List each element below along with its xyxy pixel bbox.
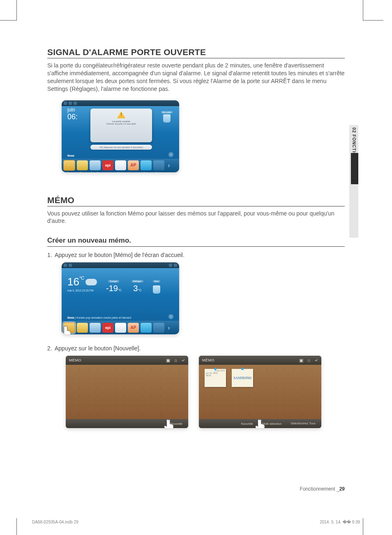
memo-note[interactable]: 23 juin 2013 juin 22, 2012, 08:00...	[205, 369, 226, 387]
section-alarm-title: SIGNAL D'ALARME PORTE OUVERTE	[47, 47, 345, 58]
dock-next-icon[interactable]: ›	[166, 160, 172, 170]
screenshot-memo-empty: MÉMO ▣ ⌂ ⤶ Nouvelle	[66, 356, 188, 428]
new-memo-button[interactable]: Nouvelle	[241, 422, 253, 426]
app-photos[interactable]: Photos	[77, 160, 88, 170]
app-grocery[interactable]: GroceryMgr	[90, 323, 101, 333]
status-bar	[62, 100, 179, 106]
side-tab-label: 02 FONCTIONNEMENT	[352, 127, 357, 180]
memo-board	[66, 365, 188, 419]
warning-icon	[117, 111, 125, 118]
memo-app-title: MÉMO	[69, 358, 81, 362]
print-metadata: DA68-02935A-04.indb 29 2014. 5. 14. �� 9…	[32, 520, 360, 524]
app-calendar[interactable]: Calendar	[115, 160, 126, 170]
chevron-right-icon[interactable]: ›	[168, 152, 173, 157]
app-grocery[interactable]: GroceryMgr	[90, 160, 101, 170]
save-icon[interactable]: ▣	[166, 358, 170, 363]
memo-app-title: MÉMO	[202, 358, 214, 362]
chevron-right-icon[interactable]: ›	[168, 314, 173, 319]
app-photos[interactable]: Photos	[77, 323, 88, 333]
app-dock: Memo Photos GroceryMgr epi Calendar AP T…	[62, 159, 179, 172]
page-footer: Fonctionnement _29	[47, 486, 345, 492]
dock-next-icon[interactable]: ›	[166, 323, 172, 333]
app-apnews[interactable]: AP	[128, 323, 139, 333]
status-bar	[62, 262, 179, 268]
tap-hand-icon	[254, 417, 268, 428]
tap-hand-icon	[62, 324, 74, 334]
app-settings[interactable]: Settings	[153, 323, 164, 333]
cup-icon	[153, 285, 160, 294]
tap-hand-icon	[163, 417, 177, 428]
section-alarm-body: Si la porte du congélateur/réfrigérateur…	[47, 62, 345, 93]
back-icon[interactable]: ⤶	[314, 358, 318, 363]
pin-icon	[214, 368, 217, 370]
memo-note[interactable]: 23 juin 2013 SAMSUNG	[232, 369, 253, 387]
alert-line2: Fermez la porte s'il vous plaît	[90, 123, 152, 125]
subsection-create-memo: Créer un nouveau mémo.	[47, 236, 345, 247]
screenshot-home: 16°C mai 9, 2013 22:26 PM Congel. -19°C …	[62, 262, 179, 334]
app-twitter[interactable]: Twitter	[141, 323, 152, 333]
clock-widget: juin 06:	[67, 107, 78, 121]
app-apnews[interactable]: AP	[128, 160, 139, 170]
cup-icon	[163, 114, 171, 123]
screenshot-memo-notes: MÉMO ▣ ⌂ ⤶ 23 juin 2013 juin 22, 2012, 0…	[199, 356, 321, 428]
ice-widget: En cube	[161, 111, 173, 123]
app-calendar[interactable]: Calendar	[115, 323, 126, 333]
step-2: 2.Appuyez sur le bouton [Nouvelle].	[47, 345, 345, 352]
app-settings[interactable]: Settings	[153, 160, 164, 170]
section-memo-title: MÉMO	[47, 195, 345, 206]
door-open-alert-dialog: La porte ouverte Fermez la porte s'il vo…	[90, 109, 152, 142]
app-memo[interactable]: Memo	[63, 160, 75, 171]
freezer-widget: Congel. -19°C	[106, 276, 122, 293]
app-twitter[interactable]: Twitter	[141, 160, 152, 170]
chapter-side-tab: 02 FONCTIONNEMENT	[346, 125, 358, 238]
fridge-widget: Réfrigér. 3°C	[131, 276, 143, 293]
ok-button[interactable]: OK (Appuyez sur ceci pendant 3 secondes)	[90, 145, 152, 150]
app-epicurious[interactable]: epi	[102, 323, 113, 333]
select-all-button[interactable]: Sélectionnez Tous	[291, 422, 316, 425]
save-icon[interactable]: ▣	[299, 358, 303, 363]
back-icon[interactable]: ⤶	[181, 358, 185, 363]
news-ticker: News | Korean pop sensation cracks jokes…	[67, 316, 173, 319]
home-icon[interactable]: ⌂	[307, 358, 310, 363]
app-epicurious[interactable]: epi	[102, 160, 113, 170]
step-1: 1.Appuyez sur le bouton [Mémo] de l'écra…	[47, 252, 345, 258]
water-widget: Eau	[153, 276, 160, 294]
screenshot-alarm: juin 06: La porte ouverte Fermez la port…	[62, 100, 179, 172]
news-ticker: News ›	[67, 154, 173, 157]
cloud-icon	[85, 279, 97, 285]
home-icon[interactable]: ⌂	[174, 358, 177, 363]
app-dock: Memo Photos GroceryMgr epi Calendar AP T…	[62, 321, 179, 334]
section-memo-body: Vous pouvez utiliser la fonction Mémo po…	[47, 210, 345, 225]
memo-board: 23 juin 2013 juin 22, 2012, 08:00... 23 …	[199, 365, 321, 419]
